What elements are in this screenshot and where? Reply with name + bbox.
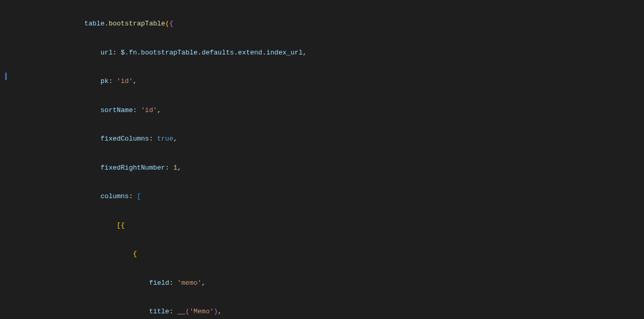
code-line[interactable]: [{ (20, 221, 644, 231)
minimap-marker (5, 73, 7, 80)
minimap-strip (0, 0, 7, 319)
code-line[interactable]: sortName: 'id', (20, 106, 644, 116)
token-str: 'id' (141, 106, 157, 114)
gutter (7, 0, 17, 319)
code-line[interactable]: url: $.fn.bootstrapTable.defaults.extend… (20, 48, 644, 58)
code-line[interactable]: { (20, 249, 644, 259)
token-prop: sortName (101, 106, 133, 114)
code-line[interactable]: fixedRightNumber: 1, (20, 163, 644, 173)
code-line[interactable]: pk: 'id', (20, 77, 644, 87)
token-str: 'Memo' (190, 308, 214, 315)
code-line[interactable]: table.bootstrapTable({ (20, 19, 644, 29)
code-line[interactable]: title: __('Memo'), (20, 307, 644, 317)
token-prop: field (149, 279, 169, 287)
code-editor[interactable]: table.bootstrapTable({ url: $.fn.bootstr… (17, 0, 644, 319)
code-line[interactable]: field: 'memo', (20, 279, 644, 288)
token-prop: columns (101, 192, 129, 200)
token-prop: title (149, 308, 169, 315)
token-str: 'id' (117, 77, 133, 85)
code-line[interactable]: fixedColumns: true, (20, 134, 644, 144)
token-prop: fixedColumns (101, 135, 149, 143)
token-var: table (84, 20, 105, 27)
token-prop: pk (101, 77, 109, 85)
token-func: bootstrapTable (109, 20, 165, 27)
code-line[interactable]: columns: [ (20, 192, 644, 202)
token-prop: fixedRightNumber (101, 164, 165, 172)
token-prop: url (101, 49, 112, 57)
token-str: 'memo' (177, 279, 202, 287)
token-func: __ (177, 308, 185, 315)
token-bool: true (157, 135, 173, 143)
